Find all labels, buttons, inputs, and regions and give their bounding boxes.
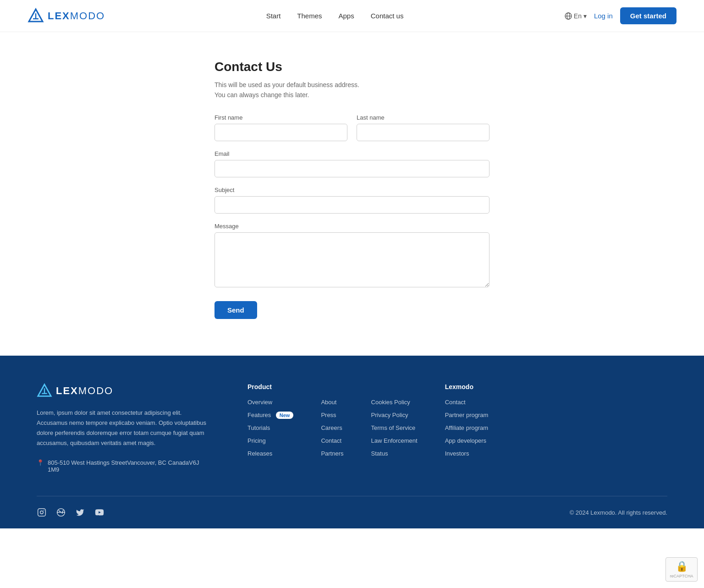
list-item: Releases (248, 449, 293, 457)
footer-description: Lorem, ipsum dolor sit amet consectetur … (37, 408, 211, 448)
list-item: Partner program (445, 411, 489, 419)
message-textarea[interactable] (214, 232, 490, 287)
footer-address: 📍 805-510 West Hastings StreetVancouver,… (37, 459, 211, 473)
main-content: Contact Us This will be used as your def… (0, 32, 704, 356)
header-right: En ▾ Log in Get started (565, 7, 676, 24)
company-col-links: About Press Careers Contact Partners (321, 398, 343, 457)
legal-col-heading (371, 383, 418, 390)
get-started-button[interactable]: Get started (620, 7, 676, 24)
company-contact-link[interactable]: Contact (321, 437, 341, 444)
first-name-label: First name (214, 114, 347, 121)
legal-privacy-link[interactable]: Privacy Policy (371, 412, 408, 418)
lexmodo-partner-link[interactable]: Partner program (445, 412, 489, 418)
product-releases-link[interactable]: Releases (248, 450, 272, 457)
list-item: Features New (248, 411, 293, 419)
legal-tos-link[interactable]: Terms of Service (371, 424, 416, 431)
footer-logo-modo: MODO (78, 385, 113, 396)
product-col-links: Overview Features New Tutorials Pricing … (248, 398, 293, 457)
features-new-badge: New (276, 412, 294, 419)
form-subtitle: This will be used as your default busine… (214, 80, 490, 100)
list-item: Careers (321, 423, 343, 432)
message-group: Message (214, 223, 490, 287)
subject-input[interactable] (214, 196, 490, 214)
lang-label: En (574, 12, 582, 20)
globe-icon (565, 12, 572, 20)
youtube-icon[interactable] (94, 507, 104, 517)
social-icons (37, 507, 104, 517)
logo-icon (28, 8, 44, 24)
copyright-text: © 2024 Lexmodo. All rights reserved. (570, 509, 667, 516)
lexmodo-investors-link[interactable]: Investors (445, 450, 469, 457)
footer-col-company: About Press Careers Contact Partners (321, 383, 343, 473)
product-tutorials-link[interactable]: Tutorials (248, 424, 270, 431)
email-group: Email (214, 150, 490, 177)
list-item: Status (371, 449, 418, 457)
list-item: Law Enforcement (371, 436, 418, 445)
first-name-group: First name (214, 114, 347, 141)
list-item: Cookies Policy (371, 398, 418, 406)
logo-lex-text: LEX (48, 10, 70, 22)
footer-logo: LEXMODO (37, 383, 211, 399)
twitter-icon[interactable] (75, 507, 85, 517)
company-about-link[interactable]: About (321, 399, 336, 406)
last-name-input[interactable] (357, 124, 490, 141)
nav-contact[interactable]: Contact us (371, 12, 404, 20)
location-icon: 📍 (37, 459, 44, 466)
company-press-link[interactable]: Press (321, 412, 336, 418)
list-item: About (321, 398, 343, 406)
list-item: Contact (445, 398, 489, 406)
list-item: Affiliate program (445, 423, 489, 432)
form-title: Contact Us (214, 60, 490, 74)
footer: LEXMODO Lorem, ipsum dolor sit amet cons… (0, 356, 704, 528)
logo[interactable]: LEXMODO (28, 8, 105, 24)
legal-status-link[interactable]: Status (371, 450, 388, 457)
lang-chevron-icon: ▾ (583, 12, 587, 20)
legal-law-link[interactable]: Law Enforcement (371, 437, 418, 444)
product-features-link[interactable]: Features (248, 412, 271, 418)
nav-themes[interactable]: Themes (297, 12, 322, 20)
footer-logo-icon (37, 383, 52, 399)
list-item: Press (321, 411, 343, 419)
list-item: Pricing (248, 436, 293, 445)
last-name-group: Last name (357, 114, 490, 141)
lexmodo-affiliate-link[interactable]: Affiliate program (445, 424, 488, 431)
lexmodo-appdev-link[interactable]: App developers (445, 437, 486, 444)
product-col-heading: Product (248, 383, 293, 390)
contact-form-wrapper: Contact Us This will be used as your def… (214, 60, 490, 319)
company-partners-link[interactable]: Partners (321, 450, 343, 457)
send-button[interactable]: Send (214, 301, 257, 319)
company-col-heading (321, 383, 343, 390)
nav-apps[interactable]: Apps (339, 12, 354, 20)
email-label: Email (214, 150, 490, 157)
list-item: Privacy Policy (371, 411, 418, 419)
logo-modo-text: MODO (70, 10, 105, 22)
subject-label: Subject (214, 187, 490, 193)
footer-col-lexmodo: Lexmodo Contact Partner program Affiliat… (445, 383, 489, 473)
lexmodo-contact-link[interactable]: Contact (445, 399, 466, 406)
footer-col-product: Product Overview Features New Tutorials … (248, 383, 293, 473)
main-nav: Start Themes Apps Contact us (266, 12, 404, 20)
login-link[interactable]: Log in (594, 12, 613, 20)
company-careers-link[interactable]: Careers (321, 424, 342, 431)
footer-bottom: © 2024 Lexmodo. All rights reserved. (37, 496, 667, 528)
legal-col-links: Cookies Policy Privacy Policy Terms of S… (371, 398, 418, 457)
list-item: Partners (321, 449, 343, 457)
last-name-label: Last name (357, 114, 490, 121)
first-name-input[interactable] (214, 124, 347, 141)
lexmodo-col-links: Contact Partner program Affiliate progra… (445, 398, 489, 457)
dribbble-icon[interactable] (56, 507, 66, 517)
svg-rect-9 (38, 509, 46, 517)
footer-col-legal: Cookies Policy Privacy Policy Terms of S… (371, 383, 418, 473)
list-item: Overview (248, 398, 293, 406)
email-input[interactable] (214, 160, 490, 177)
footer-top: LEXMODO Lorem, ipsum dolor sit amet cons… (37, 383, 667, 496)
lang-selector[interactable]: En ▾ (565, 12, 587, 20)
lexmodo-col-heading: Lexmodo (445, 383, 489, 390)
name-row: First name Last name (214, 114, 490, 141)
nav-start[interactable]: Start (266, 12, 281, 20)
instagram-icon[interactable] (37, 507, 47, 517)
list-item: App developers (445, 436, 489, 445)
product-pricing-link[interactable]: Pricing (248, 437, 266, 444)
legal-cookies-link[interactable]: Cookies Policy (371, 399, 410, 406)
product-overview-link[interactable]: Overview (248, 399, 272, 406)
